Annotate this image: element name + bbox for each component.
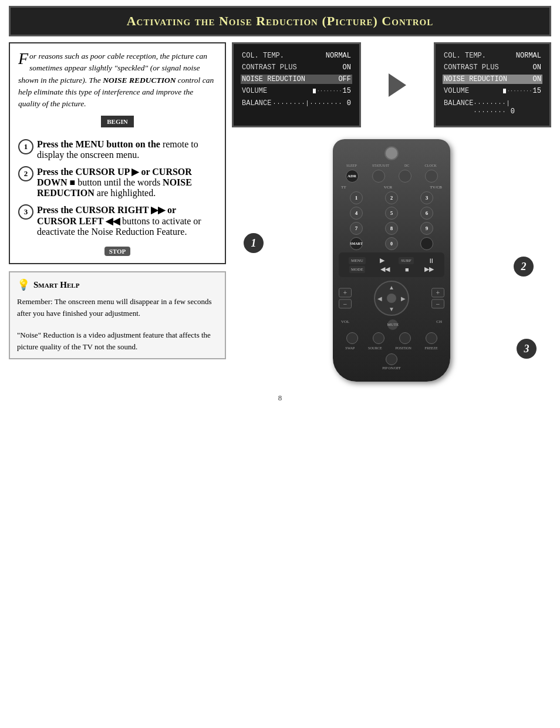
bulb-icon: 💡 xyxy=(17,278,30,291)
btn-7[interactable]: 7 xyxy=(350,222,363,235)
menu-row-balance-left: BALANCE ········|········ 0 xyxy=(241,99,352,108)
arrow-area xyxy=(386,42,409,127)
instructions-box: For reasons such as poor cable reception… xyxy=(9,42,226,264)
rewind-btn[interactable]: ◀◀ xyxy=(380,265,390,273)
smart-help-title: 💡 Smart Help xyxy=(17,278,218,291)
smart-btn[interactable]: SMART xyxy=(350,237,363,250)
intro-text: For reasons such as poor cable reception… xyxy=(18,50,217,110)
menu-row-col-temp-right: COL. TEMP. NORMAL xyxy=(443,51,542,60)
btn-5[interactable]: 5 xyxy=(385,207,398,220)
cursor-left-icon[interactable]: ◀ xyxy=(377,295,382,302)
btn-4[interactable]: 4 xyxy=(350,207,363,220)
mode-row: TT VCR TV/CB xyxy=(339,185,444,190)
menu-row-volume-right: VOLUME ········ 15 xyxy=(443,86,542,96)
vol-btns-left: + − xyxy=(339,288,352,309)
right-arrow xyxy=(389,73,406,97)
cursor-pad: ▲ ▼ ◀ ▶ xyxy=(374,281,409,316)
step-2: 2 Press the CURSOR UP ▶ or CURSOR DOWN ■… xyxy=(18,166,217,198)
position-btn[interactable] xyxy=(399,332,411,344)
circle-btn-1[interactable] xyxy=(372,170,385,183)
vol-ch-label-row: VOL MUTE CH xyxy=(339,319,444,330)
left-panel: For reasons such as poor cable reception… xyxy=(9,42,226,382)
pip-area: PIP ON/OFF xyxy=(339,353,444,370)
forward-btn[interactable]: ▶▶ xyxy=(424,265,434,273)
transport-row-1: MENU ▶ SURF ⏸ xyxy=(342,257,441,264)
transport-area: MENU ▶ SURF ⏸ MODE ◀◀ ■ ▶▶ xyxy=(339,252,444,277)
step-1-text: Press the MENU button on the remote to d… xyxy=(37,139,217,160)
smart-help-text-1: Remember: The onscreen menu will disappe… xyxy=(17,296,218,319)
btn-9[interactable]: 9 xyxy=(420,222,433,235)
screens-area: COL. TEMP. NORMAL CONTRAST PLUS ON NOISE… xyxy=(232,42,551,127)
vol-label: VOL xyxy=(341,319,349,330)
tv-screen-right: COL. TEMP. NORMAL CONTRAST PLUS ON NOISE… xyxy=(434,42,551,127)
swap-label: SWAP xyxy=(345,346,355,350)
transport-row-2: MODE ◀◀ ■ ▶▶ xyxy=(342,265,441,273)
circle-btn-3[interactable] xyxy=(425,170,438,183)
menu-btn[interactable]: MENU xyxy=(349,257,366,264)
num-row-3: 7 8 9 xyxy=(339,222,444,235)
menu-row-volume-left: VOLUME ········ 15 xyxy=(241,86,352,96)
drop-cap: F xyxy=(18,50,28,67)
mode-btn[interactable]: MODE xyxy=(349,266,365,273)
menu-row-contrast-left: CONTRAST PLUS ON xyxy=(241,63,352,72)
position-label: POSITION xyxy=(396,346,411,350)
btn-8[interactable]: 8 xyxy=(385,222,398,235)
pip-btn[interactable] xyxy=(386,353,397,365)
btn-3[interactable]: 3 xyxy=(420,191,433,204)
source-btn[interactable] xyxy=(373,332,384,344)
step-2-number: 2 xyxy=(18,166,33,181)
minus-btn-left[interactable]: − xyxy=(339,299,352,309)
cursor-down-icon[interactable]: ▼ xyxy=(389,306,394,312)
page-footer: 8 xyxy=(0,387,560,406)
smart-help-box: 💡 Smart Help Remember: The onscreen menu… xyxy=(9,271,226,359)
btn-0[interactable]: 0 xyxy=(385,237,398,250)
bottom-label-row: SWAP SOURCE POSITION FREEZE xyxy=(339,346,444,350)
sleep-label: SLEEP xyxy=(346,164,357,167)
power-button[interactable] xyxy=(384,146,399,160)
step-3-text: Press the CURSOR RIGHT ▶▶ or CURSOR LEFT… xyxy=(37,204,217,237)
pause-btn[interactable]: ⏸ xyxy=(428,257,434,264)
step-1: 1 Press the MENU button on the remote to… xyxy=(18,139,217,160)
tv-screen-left: COL. TEMP. NORMAL CONTRAST PLUS ON NOISE… xyxy=(232,42,361,127)
minus-btn-right[interactable]: − xyxy=(431,299,444,309)
menu-row-noise-left: NOISE REDUCTION OFF xyxy=(241,75,352,84)
step-3-number: 3 xyxy=(18,204,33,220)
btn-6[interactable]: 6 xyxy=(420,207,433,220)
callout-1: 1 xyxy=(244,233,264,253)
bottom-btns-row xyxy=(339,332,444,344)
swap-btn[interactable] xyxy=(346,332,358,344)
btn-1[interactable]: 1 xyxy=(350,191,363,204)
num-row-4: SMART 0 xyxy=(339,237,444,250)
menu-row-contrast-right: CONTRAST PLUS ON xyxy=(443,63,542,72)
add-btn[interactable]: ADR xyxy=(346,170,359,183)
num-row-1: 1 2 3 xyxy=(339,191,444,204)
plus-btn-left[interactable]: + xyxy=(339,288,352,298)
remote-top xyxy=(339,146,444,160)
cursor-right-icon[interactable]: ▶ xyxy=(401,295,406,302)
surf-btn[interactable]: SURF xyxy=(399,257,414,264)
menu-row-col-temp-left: COL. TEMP. NORMAL xyxy=(241,51,352,60)
page-title: Activating the Noise Reduction (Picture)… xyxy=(9,6,551,36)
right-panel: COL. TEMP. NORMAL CONTRAST PLUS ON NOISE… xyxy=(232,42,551,382)
mute-btn[interactable]: MUTE xyxy=(387,319,398,330)
callout-3: 3 xyxy=(517,339,537,359)
menu-row-noise-right: NOISE REDUCTION ON xyxy=(443,75,542,84)
stop-btn[interactable]: ■ xyxy=(405,266,409,273)
freeze-label: FREEZE xyxy=(425,346,438,350)
status-label: STATUS/IT xyxy=(372,164,389,167)
step-2-text: Press the CURSOR UP ▶ or CURSOR DOWN ■ b… xyxy=(37,166,217,198)
btn-2[interactable]: 2 xyxy=(385,191,398,204)
cursor-up-icon[interactable]: ▲ xyxy=(389,284,394,291)
pip-label: PIP ON/OFF xyxy=(339,366,444,370)
smart-help-text-2: "Noise" Reduction is a video adjustment … xyxy=(17,329,218,352)
extra-btn[interactable] xyxy=(420,237,433,250)
plus-btn-right[interactable]: + xyxy=(431,288,444,298)
circle-btn-2[interactable] xyxy=(399,170,411,183)
play-btn[interactable]: ▶ xyxy=(380,257,384,264)
stop-badge: STOP xyxy=(104,247,131,256)
freeze-btn[interactable] xyxy=(426,332,437,344)
remote-icon-row: ADR xyxy=(339,170,444,183)
page-number: 8 xyxy=(278,393,282,402)
step-3: 3 Press the CURSOR RIGHT ▶▶ or CURSOR LE… xyxy=(18,204,217,237)
cursor-center xyxy=(387,294,396,303)
